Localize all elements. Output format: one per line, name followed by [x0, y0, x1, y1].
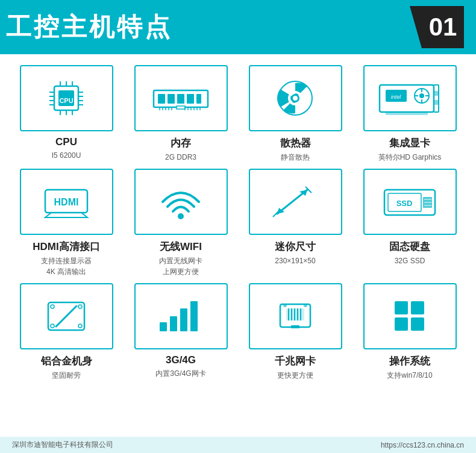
- svg-rect-20: [168, 94, 175, 104]
- nic-desc: 更快更方便: [277, 370, 313, 381]
- svg-rect-86: [291, 325, 299, 328]
- svg-point-55: [178, 213, 184, 219]
- feature-cpu: CPU: [12, 65, 121, 163]
- feature-4g: 3G/4G 内置3G/4G网卡: [127, 283, 235, 381]
- feature-gpu: intel 集成显卡 英特尔HD Garphics: [355, 65, 464, 163]
- cpu-desc: I5 6200U: [52, 150, 81, 161]
- 4g-name: 3G/4G: [166, 354, 196, 366]
- svg-point-88: [304, 304, 307, 307]
- svg-rect-22: [187, 94, 194, 104]
- svg-rect-89: [395, 301, 408, 314]
- nic-name: 千兆网卡: [275, 354, 316, 368]
- cpu-name: CPU: [55, 136, 77, 148]
- svg-rect-23: [196, 94, 201, 104]
- svg-rect-19: [158, 94, 165, 104]
- heatsink-icon-box: [249, 65, 342, 131]
- feature-wifi: 无线WIFI 内置无线网卡 上网更方便: [127, 169, 235, 277]
- cpu-icon-box: CPU: [20, 65, 113, 131]
- feature-heatsink: 散热器 静音散热: [241, 65, 349, 163]
- page-number: 01: [429, 13, 457, 42]
- ssd-icon-box: SSD: [363, 169, 457, 235]
- wifi-name: 无线WIFI: [160, 240, 202, 254]
- memory-name: 内存: [171, 136, 191, 150]
- hdmi-desc: 支持连接显示器 4K 高清输出: [41, 255, 92, 277]
- 4g-icon-box: [134, 283, 228, 349]
- company-name: 深圳市迪智能电子科技有限公司: [12, 440, 113, 450]
- svg-text:HDMI: HDMI: [54, 197, 79, 207]
- hdmi-name: HDMI高清接口: [33, 240, 99, 254]
- heatsink-name: 散热器: [280, 136, 311, 150]
- svg-rect-92: [411, 317, 424, 331]
- gpu-name: 集成显卡: [389, 136, 430, 150]
- feature-hdmi: HDMI HDMI高清接口 支持连接显示器 4K 高清输出: [12, 169, 121, 277]
- feature-memory: 内存 2G DDR3: [127, 65, 235, 163]
- chassis-desc: 坚固耐劳: [52, 370, 81, 381]
- svg-point-43: [419, 93, 424, 98]
- page-title: 工控主机特点: [6, 10, 172, 44]
- size-icon-box: [249, 169, 342, 235]
- feature-nic: 千兆网卡 更快更方便: [241, 283, 349, 381]
- svg-point-87: [283, 304, 287, 307]
- memory-desc: 2G DDR3: [165, 152, 196, 163]
- website-url: https://ccs123.cn.china.cn: [381, 441, 464, 449]
- svg-text:CPU: CPU: [59, 97, 73, 104]
- size-name: 迷你尺寸: [275, 240, 316, 254]
- svg-rect-18: [177, 106, 185, 109]
- os-icon-box: [363, 283, 457, 349]
- wifi-desc: 内置无线网卡 上网更方便: [159, 255, 202, 277]
- heatsink-desc: 静音散热: [281, 152, 310, 163]
- 4g-desc: 内置3G/4G网卡: [155, 368, 205, 379]
- svg-rect-50: [434, 100, 438, 105]
- svg-rect-75: [170, 316, 177, 331]
- gpu-icon-box: intel: [363, 65, 457, 131]
- svg-rect-78: [190, 301, 198, 331]
- svg-rect-51: [386, 112, 428, 115]
- svg-rect-21: [177, 94, 184, 104]
- svg-point-73: [78, 324, 82, 328]
- footer: 深圳市迪智能电子科技有限公司 https://ccs123.cn.china.c…: [0, 437, 476, 453]
- svg-rect-49: [434, 91, 438, 96]
- svg-text:intel: intel: [391, 94, 402, 100]
- size-desc: 230×191×50: [275, 255, 315, 266]
- hdmi-icon-box: HDMI: [20, 169, 113, 235]
- ssd-name: 固态硬盘: [389, 240, 430, 254]
- wifi-icon-box: [134, 169, 228, 235]
- main-content: CPU: [0, 54, 476, 393]
- svg-text:SSD: SSD: [396, 199, 413, 208]
- svg-point-37: [293, 96, 298, 101]
- svg-point-70: [51, 305, 54, 308]
- svg-point-72: [51, 324, 54, 328]
- chassis-icon-box: [20, 283, 113, 349]
- feature-os: 操作系统 支持win7/8/10: [355, 283, 464, 381]
- os-desc: 支持win7/8/10: [387, 370, 432, 381]
- svg-point-71: [78, 305, 82, 308]
- gpu-desc: 英特尔HD Garphics: [378, 152, 442, 163]
- svg-rect-90: [411, 301, 424, 314]
- feature-size: 迷你尺寸 230×191×50: [241, 169, 349, 277]
- os-name: 操作系统: [389, 354, 430, 368]
- chassis-name: 铝合金机身: [41, 354, 92, 368]
- header: 工控主机特点 01: [0, 0, 476, 54]
- svg-rect-74: [160, 322, 167, 331]
- memory-icon-box: [134, 65, 228, 131]
- features-grid: CPU: [12, 65, 464, 387]
- svg-rect-76: [180, 308, 187, 331]
- number-badge: 01: [422, 6, 464, 48]
- feature-chassis: 铝合金机身 坚固耐劳: [12, 283, 121, 381]
- feature-ssd: SSD 固态硬盘 32G SSD: [355, 169, 464, 277]
- ssd-desc: 32G SSD: [395, 255, 425, 266]
- nic-icon-box: [249, 283, 342, 349]
- svg-rect-91: [395, 317, 408, 331]
- svg-line-69: [56, 306, 77, 326]
